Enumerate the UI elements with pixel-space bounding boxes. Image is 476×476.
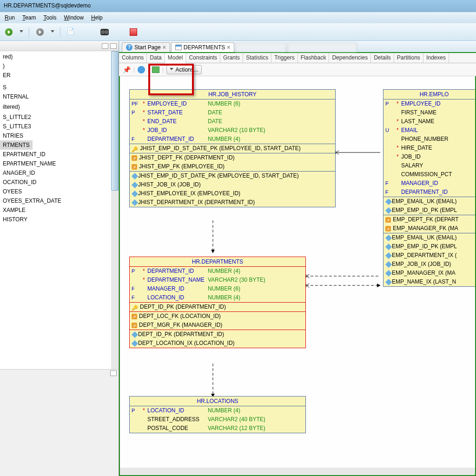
editor-area: ? Start Page × DEPARTMENTS × ColumnsData… [119,41,476,476]
sub-tab-model[interactable]: Model [165,53,186,63]
sub-tab-dependencies[interactable]: Dependencies [329,53,371,63]
close-tab-button[interactable]: × [163,44,166,51]
tree-item[interactable]: OYEES [0,187,119,196]
tree-item[interactable]: EPARTMENT_NAME [0,159,119,168]
tree-item[interactable]: RTMENTS [0,140,33,150]
menu-tools[interactable]: Tools [40,13,59,22]
scrollbar-thumb[interactable] [111,51,119,191]
tree-item[interactable]: OYEES_EXTRA_DATE [0,196,119,205]
entity-departments[interactable]: HR.DEPARTMENTS P*DEPARTMENT_IDNUMBER (4)… [129,257,306,348]
index-icon [385,270,392,276]
tab-start-page[interactable]: ? Start Page × [122,42,170,52]
entity-locations[interactable]: HR.LOCATIONS P*LOCATION_IDNUMBER (4)STRE… [129,396,306,433]
sub-tab-flashback[interactable]: Flashback [298,53,330,63]
fk-section: DEPT_LOC_FK (LOCATION_ID)DEPT_MGR_FK (MA… [130,312,305,330]
actions-button[interactable]: Actions... [166,65,201,74]
tree-item[interactable]: OCATION_ID [0,178,119,187]
column-row: FDEPARTMENT_ID [383,188,476,197]
start-page-icon: ? [126,44,132,51]
tree-item[interactable]: S_LITTLE3 [0,122,119,131]
restore-panel-button[interactable] [110,43,117,49]
lower-panel-header [0,370,119,379]
tree-item[interactable]: ER [0,71,119,80]
tree-scrollbar[interactable] [111,51,119,369]
sub-tab-columns[interactable]: Columns [119,53,147,63]
model-diagram[interactable]: HR.JOB_HISTORY PF*EMPLOYEE_IDNUMBER (6)P… [119,76,476,476]
column-row: FIRST_NAME [383,108,476,117]
column-row: P*EMPLOYEE_ID [383,99,476,108]
menu-window[interactable]: Window [61,13,86,22]
run-button[interactable] [4,27,14,37]
menu-run[interactable]: Run [2,13,18,22]
refresh-icon[interactable] [138,66,145,73]
tree-item[interactable]: ANAGER_ID [0,168,119,178]
tree-item[interactable]: HISTORY [0,215,119,224]
tab-blurred[interactable] [235,43,286,52]
index-icon [132,199,138,205]
horizontal-scrollbar[interactable] [120,468,475,475]
index-row: EMP_EMP_ID_PK (EMPL [383,242,476,251]
tree-item[interactable]: ) [0,61,119,71]
tree-item[interactable]: red) [0,52,119,61]
column-row: P*DEPARTMENT_IDNUMBER (4) [130,267,305,276]
index-icon [132,340,138,346]
sub-tab-triggers[interactable]: Triggers [271,53,298,63]
column-row: *HIRE_DATE [383,144,476,152]
tree-item[interactable]: NTRIES [0,131,119,140]
restore-panel-button[interactable] [110,370,117,376]
sub-tab-data[interactable]: Data [147,53,165,63]
tree-item[interactable]: XAMPLE [0,205,119,215]
tree-item[interactable]: NTERNAL [0,92,119,101]
column-row: FDEPARTMENT_IDNUMBER (4) [130,135,335,144]
sql-button[interactable] [66,27,76,37]
sub-tab-statistics[interactable]: Statistics [243,53,271,63]
model-icon[interactable] [152,66,159,73]
column-row: P*LOCATION_IDNUMBER (4) [130,406,305,415]
columns-section: P*LOCATION_IDNUMBER (4)STREET_ADDRESSVAR… [130,406,305,433]
entity-employees[interactable]: HR.EMPLO P*EMPLOYEE_IDFIRST_NAME*LAST_NA… [383,89,476,287]
columns-section: P*EMPLOYEE_IDFIRST_NAME*LAST_NAMEU*EMAIL… [383,99,476,197]
play-icon [5,28,13,36]
tree-item[interactable]: S_LITTLE2 [0,112,119,122]
sub-tab-details[interactable]: Details [371,53,394,63]
find-button[interactable] [99,27,110,37]
debug-button[interactable] [35,27,45,37]
index-row: JHIST_EMP_FK (EMPLOYEE_ID) [130,162,335,171]
play-gray-icon [36,28,44,36]
tree-item[interactable]: iltered) [0,102,119,112]
index-icon [132,172,138,179]
index-icon [132,314,137,319]
column-row: *JOB_ID [383,152,476,161]
action-bar: 📌 | | | Actions... [119,63,476,76]
index-row: JHIST_EMP_ID_ST_DATE_PK (EMPLOYEE_ID, ST… [130,172,335,180]
index-icon [132,323,137,328]
column-row: POSTAL_CODEVARCHAR2 (12 BYTE) [130,424,305,433]
entity-job-history[interactable]: HR.JOB_HISTORY PF*EMPLOYEE_IDNUMBER (6)P… [129,89,336,207]
tab-departments[interactable]: DEPARTMENTS × [171,42,235,52]
column-row: SALARY [383,161,476,170]
tree-item[interactable]: EPARTMENT_ID [0,150,119,159]
sub-tab-partitions[interactable]: Partitions [394,53,423,63]
column-row: *JOB_IDVARCHAR2 (10 BYTE) [130,126,335,135]
sub-tab-grants[interactable]: Grants [220,53,243,63]
index-icon [385,261,392,267]
index-row: EMP_MANAGER_IX (MA [383,269,476,278]
chevron-down-icon[interactable] [51,30,54,34]
index-row: EMP_EMAIL_UK (EMAIL) [383,233,476,242]
tab-blurred[interactable] [287,43,357,52]
reports-panel [0,369,119,476]
index-row: DEPT_LOC_FK (LOCATION_ID) [130,312,305,321]
index-row: EMP_EMP_ID_PK (EMPL [383,206,476,215]
pin-icon[interactable]: 📌 [123,66,131,73]
sub-tab-constraints[interactable]: Constraints [186,53,220,63]
sub-tab-indexes[interactable]: Indexes [423,53,449,63]
pk-section: JHIST_EMP_ID_ST_DATE_PK (EMPLOYEE_ID, ST… [130,144,335,153]
stop-button[interactable] [128,27,139,37]
connection-tree[interactable]: red))ERSNTERNALiltered)S_LITTLE2S_LITTLE… [0,51,119,369]
menu-help[interactable]: Help [88,13,106,22]
chevron-down-icon[interactable] [20,30,23,34]
menu-team[interactable]: Team [20,13,39,22]
close-tab-button[interactable]: × [227,44,230,51]
tree-item[interactable]: S [0,83,119,92]
minimize-panel-button[interactable] [102,43,108,49]
